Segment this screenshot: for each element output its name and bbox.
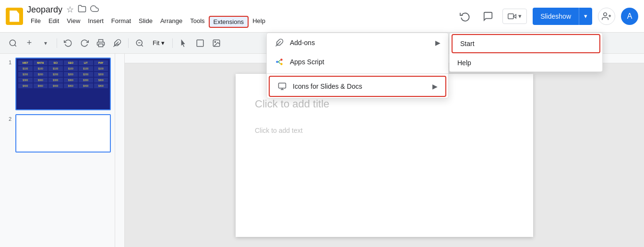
cell-r1c6: $100 <box>94 66 108 71</box>
svg-point-5 <box>10 40 15 46</box>
cell-r4c6: $400 <box>94 83 108 88</box>
cell-r2c6: $200 <box>94 72 108 77</box>
menu-tools[interactable]: Tools <box>186 16 208 28</box>
redo-btn[interactable] <box>77 36 92 50</box>
submenu-help-label: Help <box>457 59 471 67</box>
cell-r4c5: $400 <box>79 83 93 88</box>
add-ons-icon <box>274 38 284 47</box>
svg-marker-0 <box>513 14 516 18</box>
cell-r4c3: $400 <box>48 83 63 88</box>
menu-file[interactable]: File <box>27 16 45 28</box>
slide-item-1[interactable]: 1 HIST MATH SCI GEO LIT PHY $100 $100 $1… <box>4 58 111 110</box>
jeopardy-header-science: SCI <box>48 60 63 65</box>
toolbar-divider-1 <box>57 38 57 48</box>
menu-slide[interactable]: Slide <box>135 16 156 28</box>
cell-r2c5: $200 <box>79 72 93 77</box>
cell-r1c3: $100 <box>48 66 63 71</box>
slide-panel: 1 HIST MATH SCI GEO LIT PHY $100 $100 $1… <box>0 54 115 247</box>
jeopardy-header-math: MATH <box>34 60 48 65</box>
slide-item-2[interactable]: 2 <box>4 114 111 153</box>
svg-line-21 <box>278 62 281 64</box>
cloud-icon[interactable] <box>90 4 99 15</box>
menu-insert[interactable]: Insert <box>84 16 107 28</box>
menu-format[interactable]: Format <box>107 16 135 28</box>
selection-btn[interactable] <box>193 36 207 50</box>
submenu-start[interactable]: Start <box>452 34 600 53</box>
image-btn[interactable] <box>209 36 224 50</box>
menu-edit[interactable]: Edit <box>45 16 63 28</box>
cell-r2c2: $200 <box>34 72 48 77</box>
comment-icon-btn[interactable] <box>479 8 497 25</box>
toolbar-divider-2 <box>128 38 129 48</box>
submenu-help[interactable]: Help <box>450 54 602 71</box>
menu-view[interactable]: View <box>63 16 84 28</box>
svg-rect-1 <box>508 13 513 19</box>
add-person-btn[interactable] <box>598 8 615 25</box>
paint-format-btn[interactable] <box>110 36 124 50</box>
user-avatar[interactable]: A <box>621 8 638 25</box>
svg-line-6 <box>14 45 16 46</box>
svg-rect-13 <box>197 40 204 47</box>
cell-r2c1: $200 <box>18 72 33 77</box>
ruler-left <box>115 54 125 247</box>
doc-title: Jeopardy <box>27 5 62 15</box>
add-ons-submenu-arrow: ▶ <box>435 39 441 47</box>
extensions-menu-apps-script[interactable]: Apps Script <box>267 52 448 71</box>
jeopardy-header-history: HIST <box>18 60 33 65</box>
app-icon <box>6 8 23 25</box>
top-bar: Jeopardy ☆ File Edit View Insert Format … <box>0 0 644 33</box>
icons-for-slides-icon <box>277 82 287 91</box>
search-btn[interactable] <box>6 36 20 50</box>
print-btn[interactable] <box>94 36 108 50</box>
cell-r2c4: $200 <box>64 72 78 77</box>
add-ons-label: Add-ons <box>290 39 315 47</box>
slide-thumbnail-1: HIST MATH SCI GEO LIT PHY $100 $100 $100… <box>15 58 111 110</box>
svg-point-2 <box>604 12 607 16</box>
svg-rect-7 <box>99 44 103 47</box>
menu-help[interactable]: Help <box>249 16 269 28</box>
extensions-menu-separator <box>267 73 448 74</box>
cursor-btn[interactable] <box>177 36 191 50</box>
zoom-in-chevron[interactable]: ▾ <box>38 36 53 50</box>
slide-number-1: 1 <box>4 59 12 65</box>
cell-r1c1: $100 <box>18 66 33 71</box>
star-icon[interactable]: ☆ <box>66 4 74 15</box>
menu-bar: File Edit View Insert Format Slide Arran… <box>27 16 453 28</box>
extensions-menu-add-ons[interactable]: Add-ons ▶ <box>267 33 448 52</box>
cell-r1c4: $100 <box>64 66 78 71</box>
svg-line-11 <box>141 45 143 46</box>
history-icon-btn[interactable] <box>456 8 474 25</box>
extensions-menu-icons[interactable]: Icons for Slides & Docs ▶ <box>269 76 446 97</box>
folder-icon[interactable] <box>78 4 86 15</box>
toolbar-divider-3 <box>172 38 173 48</box>
camera-btn[interactable]: ▾ <box>502 9 527 24</box>
zoom-out-btn[interactable] <box>132 36 147 50</box>
slide-text-placeholder: Click to add text <box>255 127 303 134</box>
undo-btn[interactable] <box>61 36 75 50</box>
slide-thumbnail-2 <box>15 114 111 153</box>
icons-for-slides-label: Icons for Slides & Docs <box>293 82 362 90</box>
svg-rect-22 <box>279 83 286 88</box>
icons-submenu: Start Help <box>449 33 603 72</box>
menu-arrange[interactable]: Arrange <box>156 16 186 28</box>
jeopardy-header-lit: LIT <box>79 60 93 65</box>
menu-extensions[interactable]: Extensions <box>209 16 249 28</box>
cell-r3c3: $300 <box>48 78 63 82</box>
cell-r3c2: $300 <box>34 78 48 82</box>
svg-point-17 <box>276 61 278 63</box>
cell-r1c2: $100 <box>34 66 48 71</box>
svg-line-20 <box>278 60 281 62</box>
zoom-level-dropdown[interactable]: Fit ▾ <box>149 37 168 48</box>
slideshow-dropdown-btn[interactable]: ▾ <box>579 8 592 25</box>
apps-script-label: Apps Script <box>290 58 324 66</box>
cell-r3c1: $300 <box>18 78 33 82</box>
slideshow-btn-group: Slideshow ▾ <box>533 8 592 25</box>
zoom-in-btn[interactable]: + <box>22 36 36 50</box>
slide-title-placeholder: Click to add title <box>255 98 329 110</box>
jeopardy-header-physics: PHY <box>94 60 108 65</box>
cell-r3c6: $300 <box>94 78 108 82</box>
cell-r4c2: $400 <box>34 83 48 88</box>
jeopardy-header-geo: GEO <box>64 60 78 65</box>
cell-r2c3: $200 <box>48 72 63 77</box>
slideshow-button[interactable]: Slideshow <box>533 8 579 25</box>
